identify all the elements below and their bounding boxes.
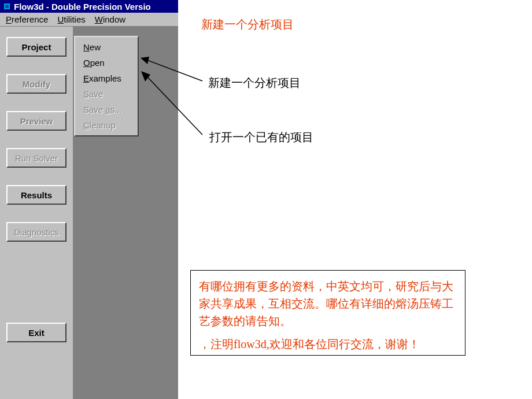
menubar: Preference Utilities Window xyxy=(0,13,178,27)
heading-annotation: 新建一个分析项目 xyxy=(201,16,294,32)
titlebar: Flow3d - Double Precision Versio xyxy=(0,0,178,13)
menu-examples[interactable]: Examples xyxy=(75,71,138,86)
menu-window[interactable]: Window xyxy=(91,13,131,25)
sidebar: Project Modify Preview Run Solver Result… xyxy=(0,27,74,399)
menu-cleanup: Cleanup xyxy=(75,117,138,133)
svg-marker-5 xyxy=(141,71,150,82)
svg-marker-3 xyxy=(141,57,149,64)
diagnostics-button[interactable]: Diagnostics xyxy=(6,222,66,242)
results-button[interactable]: Results xyxy=(6,185,66,205)
note-box: 有哪位拥有更多的资料，中英文均可，研究后与大家共享成果，互相交流。哪位有详细的熔… xyxy=(190,270,466,356)
exit-button[interactable]: Exit xyxy=(6,323,66,342)
menu-save: Save xyxy=(75,86,138,102)
menu-save-as: Save as... xyxy=(75,102,138,117)
note-paragraph-1: 有哪位拥有更多的资料，中英文均可，研究后与大家共享成果，互相交流。哪位有详细的熔… xyxy=(199,278,457,330)
arrow-to-open xyxy=(139,69,208,139)
menu-new[interactable]: New xyxy=(75,39,138,55)
menu-open[interactable]: Open xyxy=(75,55,138,71)
svg-rect-1 xyxy=(5,5,9,8)
project-popup-menu: New Open Examples Save Save as... Cleanu… xyxy=(74,36,139,136)
new-arrow-label: 新建一个分析项目 xyxy=(208,75,301,91)
window-title: Flow3d - Double Precision Versio xyxy=(14,2,151,12)
svg-line-4 xyxy=(146,75,202,135)
run-solver-button[interactable]: Run Solver xyxy=(6,148,66,168)
open-arrow-label: 打开一个已有的项目 xyxy=(209,129,313,145)
app-icon xyxy=(2,2,12,11)
note-paragraph-2: ，注明flow3d,欢迎和各位同行交流，谢谢！ xyxy=(199,335,457,353)
project-button[interactable]: Project xyxy=(6,37,66,57)
modify-button[interactable]: Modify xyxy=(6,74,66,94)
preview-button[interactable]: Preview xyxy=(6,111,66,131)
menu-utilities[interactable]: Utilities xyxy=(54,13,91,25)
menu-preference[interactable]: Preference xyxy=(2,13,54,25)
